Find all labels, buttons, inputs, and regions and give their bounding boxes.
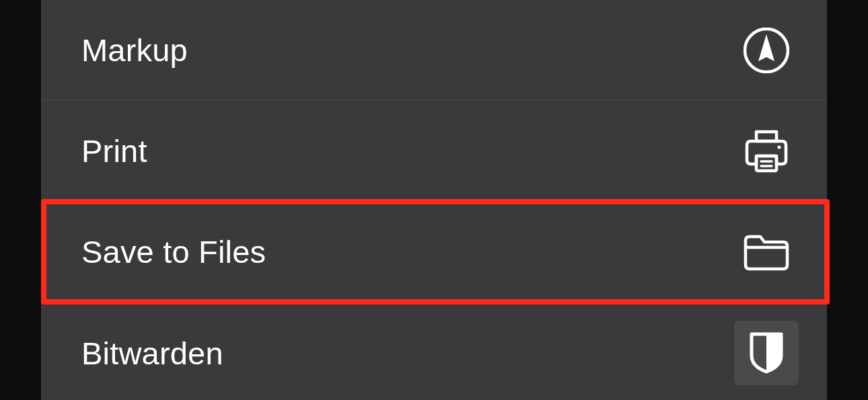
svg-rect-1: [756, 156, 776, 171]
menu-item-label: Bitwarden: [81, 335, 223, 372]
menu-item-print[interactable]: Print: [41, 101, 827, 202]
menu-item-markup[interactable]: Markup: [41, 0, 827, 101]
menu-item-bitwarden[interactable]: Bitwarden: [41, 303, 827, 400]
markup-icon: [734, 18, 799, 83]
menu-item-label: Print: [81, 132, 147, 169]
print-icon: [734, 119, 799, 184]
menu-item-save-to-files[interactable]: Save to Files: [41, 202, 827, 303]
folder-icon: [734, 220, 799, 284]
menu-item-label: Save to Files: [81, 233, 266, 270]
share-sheet-menu: Markup Print Save to Files: [41, 0, 827, 400]
menu-item-label: Markup: [81, 32, 188, 69]
bitwarden-app-icon: [734, 321, 799, 385]
svg-point-4: [778, 145, 781, 149]
